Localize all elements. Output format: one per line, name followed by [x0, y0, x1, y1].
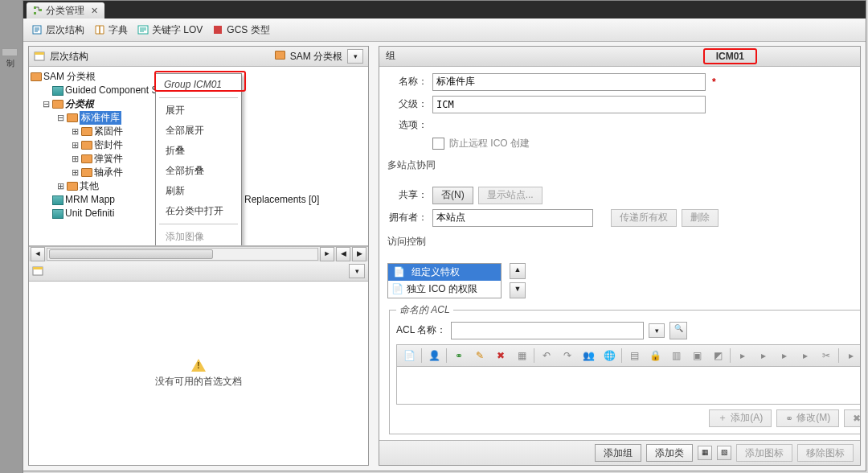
scroll-next-button[interactable]: ▶ [352, 247, 366, 261]
acl-tool-icon[interactable]: ▸ [796, 347, 814, 364]
toolbar-keyword-lov[interactable]: 关键字 LOV [137, 23, 203, 37]
preview-message: 没有可用的首选文档 [155, 375, 242, 389]
acl-tool-icon[interactable]: ▸ [755, 347, 772, 364]
footer-add-icon-button: 添加图标 [736, 444, 792, 462]
expander-icon[interactable]: ⊞ [56, 179, 65, 193]
struct-icon [52, 195, 63, 205]
folder-icon [31, 72, 42, 81]
row-acl-buttons: ＋ 添加(A) ⚭ 修改(M) ✖ 删除(D) [396, 409, 860, 427]
acl-tool-icon[interactable]: ↷ [559, 347, 576, 364]
acl-user2-icon[interactable]: 👥 [579, 347, 597, 364]
gutter-tab[interactable]: 制 [2, 48, 18, 56]
footer-add-group-button[interactable]: 添加组 [595, 444, 641, 462]
svg-rect-1 [34, 12, 36, 14]
footer-icon-btn2[interactable]: ▧ [717, 446, 731, 460]
footer-icon-btn1[interactable]: ▦ [698, 446, 712, 460]
acl-grid[interactable] [396, 367, 860, 405]
expander-icon[interactable]: ⊞ [71, 138, 80, 152]
menu-item-collapse[interactable]: 折叠 [156, 141, 241, 161]
acl-globe-icon[interactable]: 🌐 [600, 347, 618, 364]
scroll-track[interactable] [47, 248, 318, 261]
acl-lookup-button[interactable]: 🔍 [669, 322, 687, 339]
expander-icon[interactable]: ⊟ [42, 97, 51, 111]
input-owner[interactable] [432, 209, 593, 227]
root-selector-dropdown[interactable]: ▾ [347, 49, 363, 64]
menu-item-refresh[interactable]: 刷新 [156, 181, 241, 201]
struct-icon [52, 209, 63, 219]
panel-icon [34, 51, 45, 62]
highlight-box-context-header [154, 71, 246, 92]
toolbar-dict[interactable]: 字典 [94, 23, 128, 37]
access-listbox[interactable]: 📄 组定义特权 📄 独立 ICO 的权限 [387, 263, 502, 298]
menu-item-open-in-class[interactable]: 在分类中打开 [156, 201, 241, 221]
folder-icon [81, 154, 92, 163]
list-item[interactable]: 📄 独立 ICO 的权限 [388, 281, 501, 298]
tree-h-scroll[interactable]: ◄ ► ◀ ▶ [29, 246, 368, 261]
left-pane: 层次结构 SAM 分类根 ▾ Group ICM01 展开 全部展开 折叠 全部… [28, 46, 369, 466]
acl-name-dropdown[interactable]: ▾ [649, 323, 665, 338]
right-pane: 组 ICM01 名称： * 父级： 选项： [379, 46, 861, 466]
struct-icon [52, 86, 63, 96]
row-parent: 父级： [387, 96, 852, 113]
toolbar-gcs-type[interactable]: GCS 类型 [212, 23, 269, 37]
reorder-buttons: ▲ ▼ [510, 263, 526, 298]
acl-add-button: ＋ 添加(A) [709, 409, 772, 427]
acl-tool-icon[interactable]: ↶ [538, 347, 555, 364]
expander-icon[interactable]: ⊟ [56, 111, 65, 125]
acl-cut-icon[interactable]: ✂ [817, 347, 835, 364]
scroll-thumb[interactable] [49, 249, 213, 259]
input-parent[interactable] [432, 96, 706, 113]
doc-icon: 📄 [391, 266, 407, 278]
acl-tool-icon[interactable]: ◩ [709, 347, 727, 364]
row-options: 选项： [387, 118, 852, 132]
scroll-prev-button[interactable]: ◀ [336, 247, 350, 261]
hierarchy-tree[interactable]: Group ICM01 展开 全部展开 折叠 全部折叠 刷新 在分类中打开 添加… [29, 67, 368, 246]
input-name[interactable] [432, 73, 706, 91]
acl-lock-icon[interactable]: 🔒 [646, 347, 664, 364]
acl-tool-icon[interactable]: ▥ [667, 347, 685, 364]
required-marker: * [710, 76, 716, 88]
acl-edit-icon[interactable]: ✎ [471, 347, 489, 364]
acl-delete-icon[interactable]: ✖ [492, 347, 510, 364]
scroll-right-button[interactable]: ► [320, 247, 334, 261]
tab-classification-admin[interactable]: 分类管理 ✕ [27, 2, 104, 19]
warning-icon [191, 359, 206, 372]
acl-user-icon[interactable]: 👤 [425, 347, 443, 364]
acl-delete-button: ✖ 删除(D) [844, 409, 860, 427]
acl-tool-icon[interactable]: ▦ [513, 347, 530, 364]
mini-dropdown[interactable]: ▾ [349, 264, 365, 278]
scroll-left-button[interactable]: ◄ [31, 247, 45, 261]
move-down-button[interactable]: ▼ [510, 282, 526, 298]
gcs-icon [212, 24, 223, 35]
share-value-button[interactable]: 否(N) [432, 187, 473, 204]
preview-area: 没有可用的首选文档 [29, 282, 368, 465]
acl-icon[interactable]: 📄 [400, 347, 418, 364]
acl-tool-icon[interactable]: ▸ [776, 347, 793, 364]
move-up-button[interactable]: ▲ [510, 263, 526, 279]
toolbar-hierarchy[interactable]: 层次结构 [31, 23, 84, 37]
acl-link-icon[interactable]: ⚭ [450, 347, 468, 364]
acl-tool-icon[interactable]: ▸ [842, 347, 860, 364]
list-item[interactable]: 📄 组定义特权 [388, 264, 501, 281]
footer-remove-icon-button: 移除图标 [797, 444, 854, 462]
expander-icon[interactable]: ⊞ [71, 152, 80, 166]
menu-item-expand-all[interactable]: 全部展开 [156, 121, 241, 141]
menu-item-expand[interactable]: 展开 [156, 101, 241, 121]
close-icon[interactable]: ✕ [91, 2, 98, 19]
input-acl-name[interactable] [451, 322, 644, 339]
folder-icon [52, 100, 63, 109]
svg-rect-9 [33, 267, 43, 269]
row-checkbox: 防止远程 ICO 创建 [387, 137, 852, 150]
checkbox-prevent-remote-ico[interactable] [432, 138, 444, 150]
expander-icon[interactable]: ⊞ [71, 125, 80, 138]
document-tab-bar: 分类管理 ✕ [23, 1, 866, 19]
row-name: 名称： * [387, 73, 852, 91]
acl-tool-icon[interactable]: ▤ [625, 347, 643, 364]
menu-item-collapse-all[interactable]: 全部折叠 [156, 161, 241, 181]
expander-icon[interactable]: ⊞ [71, 166, 80, 179]
footer-add-class-button[interactable]: 添加类 [646, 444, 693, 462]
acl-tool-icon[interactable]: ▸ [734, 347, 751, 364]
checkbox-label: 防止远程 ICO 创建 [449, 137, 530, 150]
acl-toolbar: 📄 👤 ⚭ ✎ ✖ ▦ ↶ ↷ 👥 🌐 ▤ [396, 344, 860, 367]
acl-tool-icon[interactable]: ▣ [688, 347, 706, 364]
